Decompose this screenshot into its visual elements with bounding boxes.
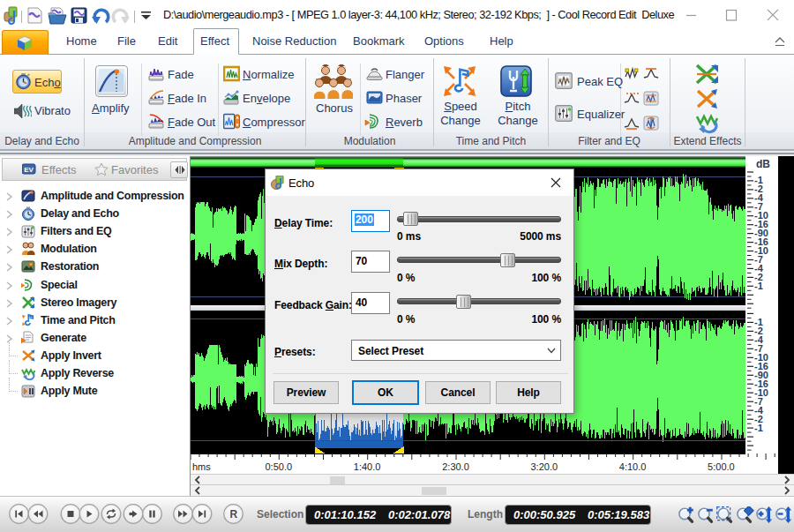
svg-text:R: R: [230, 508, 238, 521]
svg-text:hms: hms: [192, 461, 211, 472]
svg-text:3:20.0: 3:20.0: [531, 461, 558, 472]
svg-text:-1: -1: [754, 281, 763, 291]
svg-text:-1: -1: [754, 423, 763, 433]
svg-text:0:50.0: 0:50.0: [266, 461, 293, 472]
svg-text:1:40.0: 1:40.0: [354, 461, 381, 472]
svg-text:4:10.0: 4:10.0: [619, 461, 647, 472]
svg-text:EV: EV: [24, 166, 34, 174]
svg-text:5:00.0: 5:00.0: [708, 461, 735, 472]
svg-text:dB: dB: [756, 158, 770, 170]
svg-text:2:30.0: 2:30.0: [442, 461, 469, 472]
